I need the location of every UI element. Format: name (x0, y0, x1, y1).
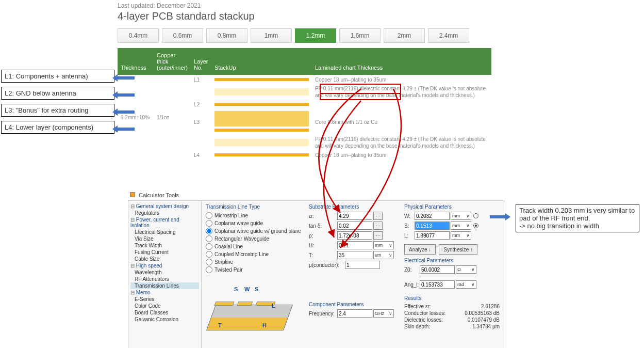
tab-1mm[interactable]: 1mm (251, 28, 292, 43)
tree-via-size[interactable]: Via Size (130, 235, 199, 242)
z0-input[interactable] (420, 265, 455, 274)
t-unit-select[interactable]: um∨ (373, 251, 394, 259)
radio-cpwg[interactable] (206, 228, 212, 234)
tree-memo[interactable]: Memo (130, 289, 199, 296)
radio-twisted-pair[interactable] (206, 266, 212, 273)
rho-input[interactable] (337, 231, 372, 240)
synthesize-button[interactable]: Synthesize ↑ (439, 244, 477, 255)
l-label: L: (404, 233, 415, 239)
arrow-icon (114, 91, 140, 98)
freq-input[interactable] (337, 309, 372, 318)
s-input[interactable] (415, 222, 450, 230)
radio-twisted-pair-label: Twisted Pair (214, 267, 242, 273)
tx-type-column: Transmission Line Type Microstrip Line C… (206, 204, 304, 348)
vis-pp1 (214, 88, 309, 96)
tab-2mm[interactable]: 2mm (384, 28, 425, 43)
tree-general[interactable]: General system design (130, 203, 199, 210)
chevron-down-icon: ∨ (471, 282, 475, 287)
mu-input[interactable] (345, 261, 380, 269)
er-input[interactable] (337, 212, 372, 220)
tree-board-classes[interactable]: Board Classes (130, 309, 199, 316)
tree-wavelength[interactable]: Wavelength (130, 269, 199, 276)
left-annotations: L1: Components + antenna) L2: GND below … (1, 70, 114, 138)
radio-coupled-ms[interactable] (206, 251, 212, 258)
physical-title: Physical Parameters (404, 204, 500, 210)
w-unit-select[interactable]: mm∨ (451, 212, 471, 220)
tab-1-2mm[interactable]: 1.2mm (295, 28, 336, 43)
calc-main: Transmission Line Type Microstrip Line C… (202, 201, 504, 348)
w-radio[interactable] (473, 213, 478, 218)
tree-transmission-lines[interactable]: Transmission Lines (130, 282, 199, 289)
diagram-label-s1: S (234, 286, 238, 292)
w-input[interactable] (415, 212, 450, 220)
cond-loss-label: Conductor losses: (404, 310, 445, 316)
rho-browse-button[interactable]: ... (373, 231, 383, 240)
stackup-panel: Last updated: December 2021 4-layer PCB … (118, 2, 491, 160)
radio-cpw-label: Coplanar wave guide (214, 220, 263, 226)
tab-1-6mm[interactable]: 1.6mm (339, 28, 381, 43)
t-label: T: (309, 252, 337, 258)
tree-galvanic-corrosion[interactable]: Galvanic Corrosion (130, 316, 199, 323)
tab-0-4mm[interactable]: 0.4mm (118, 28, 159, 43)
ang-unit-select[interactable]: rad∨ (456, 280, 476, 289)
z0-unit-select[interactable]: Ω∨ (456, 265, 476, 274)
results-title: Results (404, 295, 500, 301)
vis-l2-copper (214, 103, 309, 106)
th-laminated: Laminated chart Thickness (312, 48, 491, 75)
diagram-label-s2: S (255, 286, 258, 292)
h-label: H: (309, 243, 337, 248)
radio-coax-label: Coaxial Line (214, 244, 243, 249)
tab-2-4mm[interactable]: 2.4mm (428, 28, 469, 43)
t-input[interactable] (337, 251, 372, 259)
last-updated-text: Last updated: December 2021 (118, 2, 491, 9)
th-copper: Copper thick (outer/inner) (154, 48, 191, 75)
chevron-down-icon: ∨ (471, 267, 475, 272)
h-input[interactable] (337, 241, 372, 249)
radio-stripline-label: Stripline (214, 259, 233, 265)
eff-er-label: Effective εr: (404, 304, 431, 309)
radio-microstrip[interactable] (206, 212, 212, 219)
tree-power[interactable]: Power, current and isolation (130, 216, 199, 229)
th-thickness: Thickness (118, 48, 154, 75)
mu-label: μ(conductor): (309, 262, 345, 268)
tree-high-speed[interactable]: High speed (130, 262, 199, 269)
tab-0-6mm[interactable]: 0.6mm (162, 28, 203, 43)
radio-coupled-ms-label: Coupled Microstrip Line (214, 251, 269, 257)
laminated-l4: Copper 18 um--plating to 35um (312, 150, 491, 160)
thickness-value: 1.2mm±10% (118, 75, 154, 160)
analyze-button[interactable]: Analyze ↓ (404, 244, 436, 255)
radio-coax[interactable] (206, 243, 212, 250)
laminated-pp2: PP 0.11 mm(2116) dielectric constant 4.2… (312, 135, 491, 150)
radio-stripline[interactable] (206, 259, 212, 265)
tand-input[interactable] (337, 222, 372, 230)
tree-regulators[interactable]: Regulators (130, 210, 199, 216)
tree-e-series[interactable]: E-Series (130, 296, 199, 303)
ang-label: Ang_l: (404, 282, 420, 288)
laminated-l1: Copper 18 um--plating to 35um (312, 75, 491, 84)
l-unit-select[interactable]: mm∨ (451, 231, 471, 240)
skin-depth-value: 1.34734 μm (472, 324, 500, 329)
thickness-tabs: 0.4mm 0.6mm 0.8mm 1mm 1.2mm 1.6mm 2mm 2.… (118, 28, 491, 43)
substrate-title: Substrate Parameters (309, 204, 399, 210)
tree-cable-size[interactable]: Cable Size (130, 256, 199, 262)
radio-rect-wg[interactable] (206, 235, 212, 242)
tree-rf-attenuators[interactable]: RF Attenuators (130, 276, 199, 282)
h-unit-select[interactable]: mm∨ (373, 241, 394, 249)
s-radio[interactable] (473, 223, 478, 228)
freq-unit-select[interactable]: GHz∨ (373, 309, 394, 318)
radio-rect-wg-label: Rectangular Waveguide (214, 236, 269, 242)
tree-track-width[interactable]: Track Width (130, 242, 199, 249)
calculator-icon (130, 192, 135, 197)
er-browse-button[interactable]: ... (373, 212, 383, 220)
ang-input[interactable] (420, 280, 455, 289)
anno-l1: L1: Components + antenna) (1, 70, 114, 83)
radio-cpw[interactable] (206, 220, 212, 227)
tree-electrical-spacing[interactable]: Electrical Spacing (130, 229, 199, 235)
tab-0-8mm[interactable]: 0.8mm (206, 28, 247, 43)
tree-color-code[interactable]: Color Code (130, 303, 199, 309)
s-unit-select[interactable]: mm∨ (451, 222, 471, 230)
tand-browse-button[interactable]: ... (373, 222, 383, 230)
tree-fusing-current[interactable]: Fusing Current (130, 249, 199, 256)
l-input[interactable] (415, 231, 450, 240)
calculator-panel: General system design Regulators Power, … (128, 200, 504, 348)
